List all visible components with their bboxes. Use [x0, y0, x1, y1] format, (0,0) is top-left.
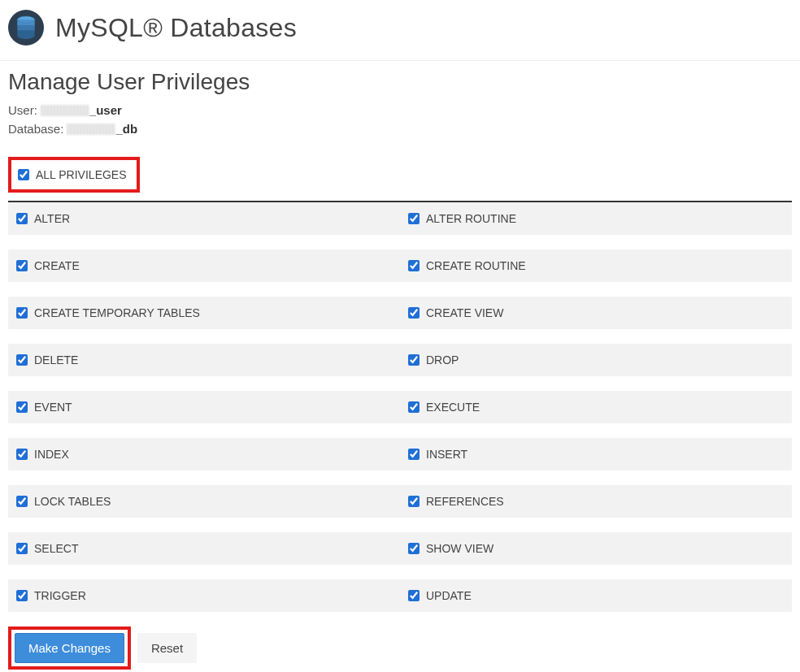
privilege-label: CREATE ROUTINE — [426, 259, 526, 272]
privilege-label: DROP — [426, 353, 459, 366]
privilege-checkbox[interactable] — [16, 307, 28, 319]
privilege-cell: INSERT — [400, 438, 792, 470]
privilege-label: CREATE TEMPORARY TABLES — [34, 306, 200, 319]
privilege-checkbox[interactable] — [408, 354, 420, 366]
privilege-label: SHOW VIEW — [426, 542, 493, 555]
privilege-cell: ALTER ROUTINE — [400, 202, 792, 235]
privilege-checkbox[interactable] — [408, 307, 420, 319]
privilege-label: ALTER ROUTINE — [426, 212, 516, 225]
privilege-checkbox-wrap[interactable]: LOCK TABLES — [16, 495, 392, 508]
privilege-cell: CREATE ROUTINE — [400, 249, 792, 282]
make-changes-highlight: Make Changes — [8, 626, 131, 670]
privilege-row: SELECTSHOW VIEW — [8, 532, 792, 565]
user-label: User: — [8, 103, 37, 117]
privilege-cell: DROP — [400, 344, 792, 376]
privilege-row: TRIGGERUPDATE — [8, 579, 792, 612]
page-title: MySQL® Databases — [55, 13, 297, 43]
privilege-checkbox-wrap[interactable]: UPDATE — [408, 589, 784, 602]
privilege-checkbox-wrap[interactable]: DELETE — [16, 353, 392, 366]
database-suffix: _db — [115, 122, 137, 136]
privilege-checkbox[interactable] — [16, 543, 28, 554]
database-label: Database: — [8, 122, 63, 136]
user-info-line: User: _user — [8, 103, 792, 117]
privilege-label: TRIGGER — [34, 589, 86, 602]
privilege-checkbox-wrap[interactable]: REFERENCES — [408, 495, 784, 508]
privilege-checkbox-wrap[interactable]: INSERT — [408, 448, 784, 461]
privilege-checkbox-wrap[interactable]: CREATE TEMPORARY TABLES — [16, 306, 392, 319]
privilege-cell: TRIGGER — [8, 579, 400, 612]
database-info-line: Database: _db — [8, 122, 792, 136]
privilege-cell: CREATE — [8, 249, 400, 282]
all-privileges-label: ALL PRIVILEGES — [36, 168, 127, 181]
all-privileges-checkbox-wrap[interactable]: ALL PRIVILEGES — [18, 168, 127, 181]
privilege-row: INDEXINSERT — [8, 438, 792, 470]
privilege-label: EVENT — [34, 401, 72, 414]
privilege-checkbox[interactable] — [16, 401, 28, 413]
privilege-checkbox-wrap[interactable]: SELECT — [16, 542, 392, 555]
privilege-row: CREATE TEMPORARY TABLESCREATE VIEW — [8, 297, 792, 329]
privilege-label: SELECT — [34, 542, 78, 555]
privilege-cell: CREATE TEMPORARY TABLES — [8, 297, 400, 329]
actions-row: Make Changes Reset — [8, 626, 792, 670]
privilege-label: CREATE — [34, 259, 80, 272]
privilege-row: CREATECREATE ROUTINE — [8, 249, 792, 282]
privilege-checkbox[interactable] — [16, 449, 28, 460]
privilege-cell: EVENT — [8, 391, 400, 423]
privilege-label: EXECUTE — [426, 401, 480, 414]
all-privileges-checkbox[interactable] — [18, 169, 29, 180]
privilege-cell: INDEX — [8, 438, 400, 470]
privilege-cell: SELECT — [8, 532, 400, 565]
privilege-cell: SHOW VIEW — [400, 532, 792, 565]
privilege-checkbox-wrap[interactable]: CREATE ROUTINE — [408, 259, 784, 272]
privilege-label: CREATE VIEW — [426, 306, 503, 319]
privilege-row: EVENTEXECUTE — [8, 391, 792, 423]
privilege-cell: EXECUTE — [400, 391, 792, 423]
all-privileges-highlight: ALL PRIVILEGES — [8, 157, 140, 193]
privilege-checkbox[interactable] — [16, 354, 28, 366]
user-name-blurred — [41, 105, 89, 116]
page-header: MySQL® Databases — [0, 0, 800, 61]
privilege-row: LOCK TABLESREFERENCES — [8, 485, 792, 518]
privilege-checkbox[interactable] — [408, 496, 420, 507]
privilege-checkbox-wrap[interactable]: TRIGGER — [16, 589, 392, 602]
user-suffix: _user — [89, 103, 122, 117]
privilege-checkbox-wrap[interactable]: SHOW VIEW — [408, 542, 784, 555]
privilege-cell: DELETE — [8, 344, 400, 376]
privilege-checkbox-wrap[interactable]: INDEX — [16, 448, 392, 461]
privilege-row: DELETEDROP — [8, 344, 792, 376]
privilege-checkbox-wrap[interactable]: ALTER — [16, 212, 392, 225]
privilege-checkbox[interactable] — [408, 401, 420, 413]
privilege-cell: CREATE VIEW — [400, 297, 792, 329]
privilege-checkbox[interactable] — [16, 260, 28, 271]
privilege-cell: ALTER — [8, 202, 400, 235]
privilege-checkbox[interactable] — [408, 449, 420, 460]
privilege-label: UPDATE — [426, 589, 472, 602]
database-icon — [8, 10, 44, 46]
privilege-checkbox[interactable] — [408, 260, 420, 271]
privilege-checkbox-wrap[interactable]: CREATE — [16, 259, 392, 272]
privilege-checkbox-wrap[interactable]: ALTER ROUTINE — [408, 212, 784, 225]
privilege-checkbox-wrap[interactable]: EVENT — [16, 401, 392, 414]
database-name-blurred — [67, 124, 115, 135]
make-changes-button[interactable]: Make Changes — [15, 633, 124, 663]
privilege-checkbox[interactable] — [16, 213, 28, 224]
privilege-checkbox-wrap[interactable]: EXECUTE — [408, 401, 784, 414]
privilege-checkbox-wrap[interactable]: DROP — [408, 353, 784, 366]
privilege-cell: UPDATE — [400, 579, 792, 612]
section-title: Manage User Privileges — [8, 69, 792, 95]
privilege-checkbox[interactable] — [16, 496, 28, 507]
privilege-label: REFERENCES — [426, 495, 504, 508]
privilege-checkbox[interactable] — [16, 590, 28, 601]
reset-button[interactable]: Reset — [137, 633, 197, 663]
privilege-row: ALTERALTER ROUTINE — [8, 202, 792, 235]
content-area: Manage User Privileges User: _user Datab… — [0, 69, 800, 670]
privilege-checkbox[interactable] — [408, 590, 420, 601]
privilege-checkbox[interactable] — [408, 213, 420, 224]
privilege-label: INDEX — [34, 448, 69, 461]
privilege-checkbox[interactable] — [408, 543, 420, 554]
privilege-checkbox-wrap[interactable]: CREATE VIEW — [408, 306, 784, 319]
privilege-label: DELETE — [34, 353, 78, 366]
privilege-cell: REFERENCES — [400, 485, 792, 518]
privilege-label: LOCK TABLES — [34, 495, 111, 508]
privilege-label: ALTER — [34, 212, 70, 225]
